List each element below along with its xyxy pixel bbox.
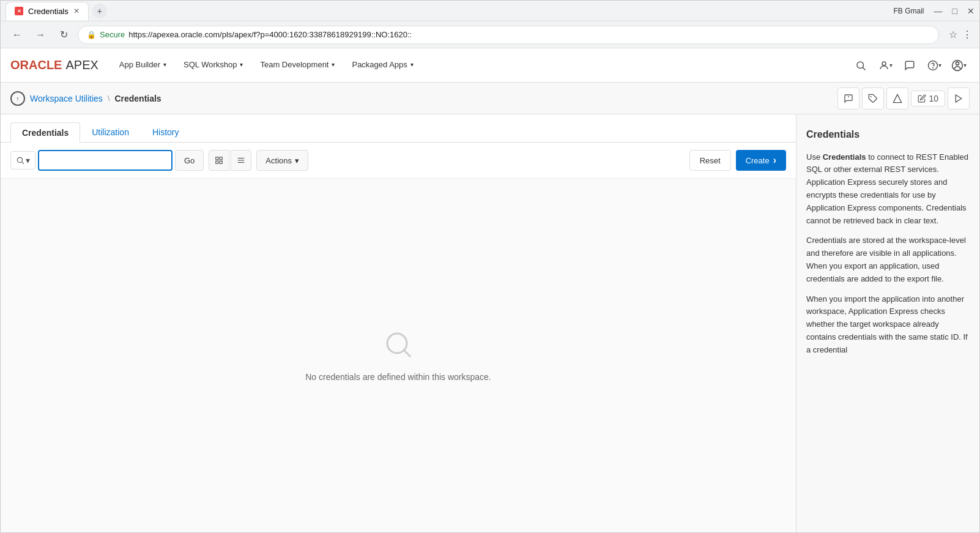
apex-text: APEX: [65, 58, 98, 72]
secondary-actions: 10: [837, 88, 970, 110]
top-nav-menu: App Builder ▾ SQL Workshop ▾ Team Develo…: [111, 48, 850, 82]
maximize-button[interactable]: □: [952, 6, 957, 16]
edit-count-btn[interactable]: 10: [911, 91, 945, 106]
empty-state: No credentials are defined within this w…: [1, 179, 796, 532]
search-toggle-btn[interactable]: ▾: [10, 151, 35, 170]
svg-marker-9: [894, 94, 902, 102]
side-panel-p2: Credentials are stored at the workspace-…: [806, 234, 970, 285]
side-panel-p1: Use Credentials to connect to REST Enabl…: [806, 151, 970, 228]
svg-marker-10: [956, 95, 961, 102]
side-panel: Credentials Use Credentials to connect t…: [796, 114, 979, 532]
svg-rect-14: [220, 157, 223, 160]
empty-search-icon: [384, 330, 413, 365]
close-button[interactable]: ✕: [967, 6, 974, 16]
actions-caret-icon: ▾: [295, 156, 299, 165]
create-button[interactable]: Create ›: [736, 150, 786, 171]
search-icon-btn[interactable]: [850, 54, 872, 76]
svg-rect-16: [220, 161, 223, 163]
nav-icons: ▾ ▾ ▾: [850, 54, 970, 76]
svg-line-1: [863, 67, 865, 70]
reset-button[interactable]: Reset: [689, 150, 731, 171]
tab-close-btn[interactable]: ✕: [73, 7, 80, 15]
go-button[interactable]: Go: [175, 150, 204, 171]
breadcrumb-current-page: Credentials: [114, 94, 161, 103]
profile-icon-btn[interactable]: ▾: [948, 54, 970, 76]
view-toggle: [209, 150, 251, 171]
back-button[interactable]: ←: [8, 26, 26, 44]
breadcrumb-separator: \: [108, 94, 110, 103]
search-group: ▾ Go: [10, 150, 204, 171]
side-panel-title: Credentials: [806, 127, 970, 143]
grid-view-btn[interactable]: [209, 150, 229, 171]
actions-label: Actions: [265, 156, 292, 165]
apex-topnav: ORACLE APEX App Builder ▾ SQL Workshop ▾…: [1, 48, 979, 83]
team-dev-caret: ▾: [332, 61, 335, 68]
oracle-logo: ORACLE APEX: [10, 58, 98, 72]
nav-item-app-builder[interactable]: App Builder ▾: [111, 48, 175, 82]
create-arrow-icon: ›: [773, 155, 776, 166]
app-builder-caret: ▾: [163, 61, 166, 68]
svg-line-21: [404, 350, 410, 357]
comment-icon-btn[interactable]: [837, 88, 859, 110]
secure-icon: 🔒: [87, 31, 96, 39]
svg-line-12: [22, 162, 24, 164]
list-view-btn[interactable]: [231, 150, 251, 171]
url-text: https://apexea.oracle.com/pls/apex/f?p=4…: [128, 30, 930, 39]
titlebar-right: FB Gmail — □ ✕: [894, 6, 974, 16]
actions-button[interactable]: Actions ▾: [256, 150, 308, 171]
toolbar-right: Reset Create ›: [689, 150, 786, 171]
svg-point-0: [857, 62, 864, 69]
svg-rect-15: [216, 161, 218, 163]
packaged-apps-caret: ▾: [410, 61, 414, 68]
svg-point-2: [882, 62, 886, 65]
svg-rect-13: [216, 157, 218, 160]
tab-utilization[interactable]: Utilization: [80, 122, 141, 142]
minimize-button[interactable]: —: [934, 6, 943, 16]
secure-label: Secure: [100, 30, 125, 39]
address-bar: ← → ↻ 🔒 Secure https://apexea.oracle.com…: [1, 21, 979, 48]
oracle-text: ORACLE: [10, 58, 62, 72]
bookmark-icon[interactable]: ☆: [949, 29, 957, 40]
tab-credentials[interactable]: Credentials: [10, 122, 80, 143]
browser-menu-icon[interactable]: ⋮: [962, 29, 972, 40]
new-tab-button[interactable]: +: [92, 4, 107, 18]
help-icon-btn[interactable]: ▾: [923, 54, 945, 76]
create-label: Create: [746, 156, 770, 165]
nav-item-team-development[interactable]: Team Development ▾: [251, 48, 343, 82]
content-area: Credentials Utilization History ▾ Go: [1, 114, 796, 532]
titlebar-extra-label: FB Gmail: [894, 7, 924, 15]
search-input[interactable]: [38, 150, 173, 171]
workspace-utilities-link[interactable]: Workspace Utilities: [30, 94, 103, 103]
tag-icon-btn[interactable]: [862, 88, 884, 110]
search-caret-icon: ▾: [26, 155, 30, 165]
address-input[interactable]: 🔒 Secure https://apexea.oracle.com/pls/a…: [78, 26, 939, 44]
edit-count-label: 10: [929, 94, 938, 103]
triangle-icon-btn[interactable]: [886, 88, 908, 110]
nav-item-sql-workshop[interactable]: SQL Workshop ▾: [175, 48, 251, 82]
breadcrumb-up-icon: ↑: [10, 91, 25, 106]
user-menu-btn[interactable]: ▾: [874, 54, 896, 76]
tab-title: Credentials: [28, 7, 69, 16]
sql-workshop-caret: ▾: [240, 61, 243, 68]
toolbar: ▾ Go Actions ▾: [1, 143, 796, 179]
svg-point-11: [17, 157, 22, 162]
tab-history[interactable]: History: [141, 122, 191, 142]
main-area: Credentials Utilization History ▾ Go: [1, 114, 979, 532]
play-icon-btn[interactable]: [948, 88, 970, 110]
empty-message: No credentials are defined within this w…: [305, 372, 491, 382]
refresh-button[interactable]: ↻: [54, 26, 73, 44]
breadcrumb: ↑ Workspace Utilities \ Credentials: [10, 91, 834, 106]
secondary-bar: ↑ Workspace Utilities \ Credentials 10: [1, 83, 979, 114]
tabs-bar: Credentials Utilization History: [1, 114, 796, 143]
browser-tab[interactable]: ✕ Credentials ✕: [6, 2, 89, 20]
chat-icon-btn[interactable]: [899, 54, 921, 76]
nav-item-packaged-apps[interactable]: Packaged Apps ▾: [343, 48, 421, 82]
side-panel-p3: When you import the application into ano…: [806, 293, 970, 357]
tab-favicon: ✕: [15, 7, 23, 15]
forward-button[interactable]: →: [31, 26, 50, 44]
svg-point-6: [956, 62, 959, 65]
